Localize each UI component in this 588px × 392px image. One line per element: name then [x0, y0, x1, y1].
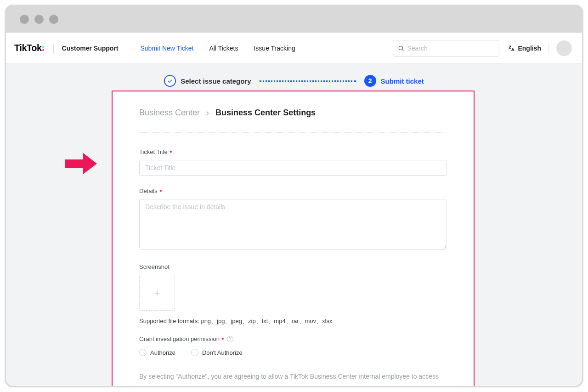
nav-submit-new-ticket[interactable]: Submit New Ticket — [141, 45, 194, 52]
required-icon: ● — [221, 336, 224, 341]
details-label: Details ● — [139, 187, 447, 194]
step-2: 2 Submit ticket — [364, 75, 424, 87]
nav-links: Submit New Ticket All Tickets Issue Trac… — [141, 45, 295, 52]
nav-all-tickets[interactable]: All Tickets — [209, 45, 238, 52]
breadcrumb: Business Center › Business Center Settin… — [139, 108, 447, 131]
radio-icon — [191, 349, 198, 356]
brand-accent-icon — [42, 44, 45, 52]
radio-icon — [139, 349, 147, 356]
pointer-arrow-icon — [65, 153, 97, 174]
step-2-badge: 2 — [364, 75, 376, 87]
language-label: English — [518, 45, 541, 52]
divider — [139, 132, 447, 133]
ticket-title-input[interactable] — [139, 160, 447, 176]
step-1-badge — [164, 75, 176, 87]
window-dot — [34, 15, 44, 24]
details-textarea[interactable] — [139, 199, 447, 250]
breadcrumb-parent[interactable]: Business Center — [139, 108, 200, 118]
permission-radio-group: Authorize Don't Authorize — [139, 349, 447, 356]
field-screenshot: Screenshot ＋ Supported file formats: png… — [139, 263, 447, 325]
check-icon — [167, 78, 173, 84]
required-icon: ● — [170, 149, 172, 154]
search-box[interactable] — [393, 40, 499, 57]
upload-button[interactable]: ＋ — [139, 275, 175, 311]
formats-hint: Supported file formats: png、jpg、jpeg、zip… — [139, 317, 447, 325]
radio-dont-authorize[interactable]: Don't Authorize — [191, 349, 243, 356]
divider — [53, 44, 54, 53]
divider — [548, 43, 549, 53]
search-input[interactable] — [407, 45, 494, 52]
ticket-title-label: Ticket Title ● — [139, 148, 447, 155]
field-ticket-title: Ticket Title ● — [139, 148, 447, 176]
screenshot-label: Screenshot — [139, 263, 447, 270]
viewport: TikTok Customer Support Submit New Ticke… — [6, 33, 582, 386]
help-icon[interactable]: ? — [227, 336, 233, 342]
svg-point-0 — [399, 46, 403, 50]
window-dot — [49, 15, 58, 24]
permission-note: By selecting "Authorize", you are agreei… — [139, 372, 447, 381]
field-details: Details ● — [139, 187, 447, 251]
brand-subtitle: Customer Support — [62, 45, 119, 52]
browser-frame: TikTok Customer Support Submit New Ticke… — [5, 5, 583, 387]
nav-issue-tracking[interactable]: Issue Tracking — [254, 45, 295, 52]
step-2-label: Submit ticket — [381, 77, 424, 85]
field-permission: Grant investigation permission ● ? Autho… — [139, 335, 447, 356]
chevron-right-icon: › — [206, 108, 209, 118]
permission-label: Grant investigation permission ● ? — [139, 335, 447, 342]
svg-line-1 — [402, 49, 404, 51]
language-selector[interactable]: English — [508, 45, 541, 52]
search-icon — [398, 45, 404, 51]
step-connector — [260, 80, 356, 82]
ticket-form-card: Business Center › Business Center Settin… — [112, 91, 475, 386]
required-icon: ● — [159, 188, 162, 193]
step-1-label: Select issue category — [181, 77, 251, 85]
breadcrumb-current: Business Center Settings — [215, 108, 316, 118]
radio-authorize[interactable]: Authorize — [139, 349, 175, 356]
brand-name: TikTok — [14, 43, 42, 53]
brand-logo[interactable]: TikTok — [14, 43, 45, 53]
translate-icon — [508, 45, 515, 52]
step-1: Select issue category — [164, 75, 251, 87]
avatar[interactable] — [556, 40, 572, 56]
topbar: TikTok Customer Support Submit New Ticke… — [6, 33, 582, 64]
browser-titlebar — [6, 6, 582, 33]
window-dot — [20, 15, 29, 24]
plus-icon: ＋ — [152, 286, 162, 300]
